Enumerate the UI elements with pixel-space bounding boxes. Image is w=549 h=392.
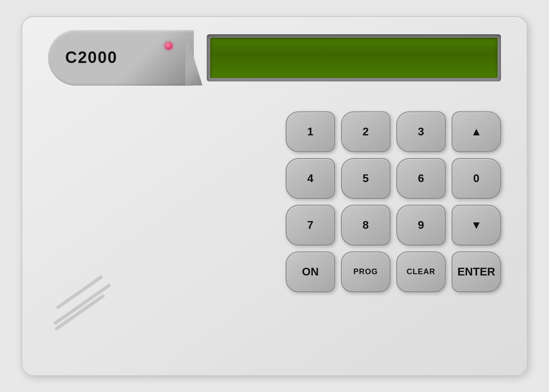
display-panel	[207, 34, 501, 81]
header-bar: C2000	[48, 30, 501, 86]
key-0[interactable]: 0	[452, 158, 501, 199]
key-8[interactable]: 8	[341, 205, 390, 245]
key-enter[interactable]: ENTER	[452, 251, 501, 292]
key-up[interactable]: ▲	[452, 111, 501, 152]
keypad: 123▲4560789▼ONPROGCLEARENTER	[286, 111, 501, 292]
key-3[interactable]: 3	[396, 111, 446, 152]
key-1[interactable]: 1	[286, 111, 335, 152]
key-7[interactable]: 7	[286, 205, 335, 245]
brand-name: C2000	[65, 48, 118, 67]
deco-line-3	[54, 293, 105, 331]
key-on[interactable]: ON	[286, 251, 335, 292]
key-prog[interactable]: PROG	[341, 251, 390, 292]
key-2[interactable]: 2	[341, 111, 390, 152]
key-6[interactable]: 6	[396, 158, 446, 199]
key-5[interactable]: 5	[341, 158, 390, 199]
decorative-lines	[48, 293, 117, 315]
key-down[interactable]: ▼	[452, 205, 501, 245]
status-led	[165, 42, 172, 50]
key-4[interactable]: 4	[286, 158, 335, 199]
key-9[interactable]: 9	[396, 205, 446, 245]
lcd-screen	[210, 38, 498, 78]
brand-panel: C2000	[48, 30, 194, 86]
key-clear[interactable]: CLEAR	[396, 251, 446, 292]
security-panel: C2000 123▲4560789▼ONPROGCLEARENTER	[21, 16, 528, 376]
